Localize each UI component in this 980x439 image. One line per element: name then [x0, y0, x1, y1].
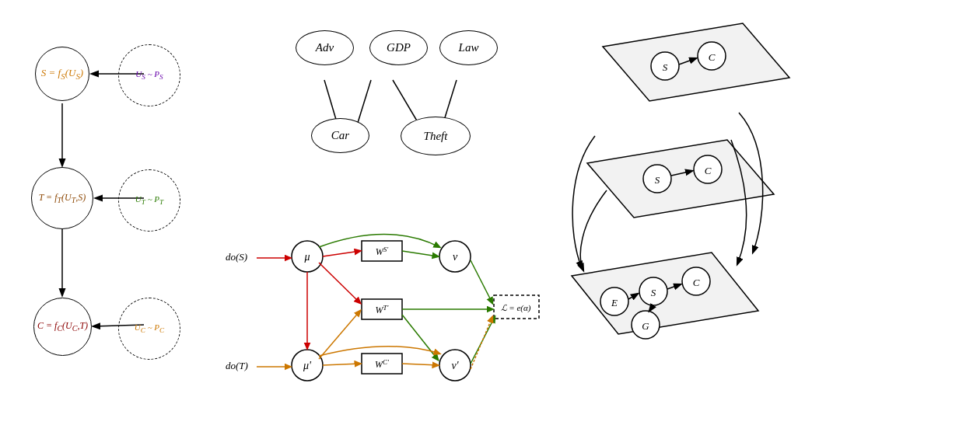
svg-text:ℒ = e(α): ℒ = e(α): [501, 303, 531, 313]
svg-point-54: [600, 287, 628, 315]
svg-text:WT': WT': [376, 304, 390, 315]
svg-line-39: [471, 317, 492, 369]
svg-text:C: C: [693, 277, 700, 288]
node-C: C = fC(UC,T): [33, 298, 92, 356]
svg-line-34: [402, 315, 438, 360]
svg-rect-15: [362, 241, 402, 261]
svg-point-51: [694, 155, 722, 183]
noise-UT: UT ~ PT: [118, 169, 180, 232]
svg-text:μ: μ: [303, 251, 310, 263]
svg-text:μ': μ': [303, 360, 312, 371]
dag-node-Adv: Adv: [296, 30, 354, 65]
svg-text:C: C: [705, 165, 712, 176]
svg-line-32: [471, 260, 492, 303]
svg-text:ν: ν: [453, 251, 458, 263]
svg-point-46: [651, 52, 679, 80]
svg-point-60: [632, 311, 660, 339]
dag-svg: [218, 0, 544, 218]
svg-text:do(S): do(S): [226, 251, 247, 263]
node-T: T = fT(UT,S): [31, 167, 93, 229]
dag-label-Theft: Theft: [424, 130, 448, 143]
dag-node-Theft: Theft: [401, 117, 471, 155]
right-panel: C S S C E S C G: [544, 0, 793, 439]
svg-text:C: C: [709, 51, 716, 63]
svg-line-29: [319, 263, 360, 303]
svg-text:do(T): do(T): [226, 360, 248, 371]
svg-rect-17: [362, 299, 402, 319]
left-arrows-svg: [0, 0, 218, 439]
svg-point-23: [439, 350, 471, 381]
svg-point-11: [292, 241, 323, 272]
dag-node-GDP: GDP: [369, 30, 428, 65]
svg-point-56: [639, 277, 667, 305]
node-S: S = fS(US): [35, 47, 89, 101]
svg-line-31: [402, 251, 438, 256]
svg-line-62: [628, 294, 638, 299]
svg-text:S: S: [651, 287, 656, 298]
noise-UC: UC ~ PC: [118, 298, 180, 360]
noise-US-label: US ~ PS: [135, 69, 163, 81]
svg-line-28: [323, 251, 360, 256]
svg-line-40: [319, 311, 360, 359]
svg-rect-19: [362, 354, 402, 374]
dag-label-GDP: GDP: [387, 41, 411, 54]
svg-marker-41: [603, 23, 789, 101]
svg-marker-43: [572, 253, 758, 334]
svg-text:S: S: [663, 61, 668, 73]
dag-label-Car: Car: [331, 129, 349, 142]
svg-line-35: [471, 317, 495, 364]
svg-line-38: [402, 364, 438, 365]
noise-US: US ~ PS: [118, 44, 180, 106]
flow-svg: do(S) do(T) μ μ' WS' WT' WC' ν ν': [218, 218, 544, 439]
svg-text:G: G: [642, 320, 649, 332]
main-container: S = fS(US) T = fT(UT,S) C = fC(UC,T) US …: [0, 0, 980, 439]
svg-text:WS': WS': [376, 246, 390, 257]
dag-label-Law: Law: [459, 41, 479, 54]
svg-line-48: [679, 58, 696, 64]
svg-rect-25: [494, 295, 539, 319]
svg-text:E: E: [611, 297, 618, 308]
node-S-label: S = fS(US): [41, 67, 83, 81]
right-svg: C S S C E S C G: [544, 0, 793, 439]
svg-text:WC': WC': [375, 358, 390, 370]
svg-point-58: [682, 267, 710, 295]
dag-node-Law: Law: [439, 30, 498, 65]
svg-marker-42: [587, 140, 774, 218]
noise-UC-label: UC ~ PC: [135, 322, 164, 334]
dag-node-Car: Car: [311, 118, 369, 153]
node-C-label: C = fC(UC,T): [37, 320, 88, 333]
left-panel: S = fS(US) T = fT(UT,S) C = fC(UC,T) US …: [0, 0, 218, 439]
node-T-label: T = fT(UT,S): [39, 192, 86, 204]
svg-point-44: [698, 42, 726, 70]
svg-text:S: S: [655, 174, 660, 186]
svg-line-64: [649, 305, 653, 311]
svg-point-21: [439, 241, 471, 272]
svg-text:ν': ν': [451, 360, 459, 371]
svg-point-49: [643, 165, 671, 193]
middle-panel: Adv GDP Law Car Theft: [218, 0, 544, 439]
svg-line-37: [323, 364, 360, 365]
svg-line-53: [671, 171, 692, 176]
noise-UT-label: UT ~ PT: [135, 194, 163, 206]
svg-line-63: [667, 284, 681, 289]
svg-point-13: [292, 350, 323, 381]
dag-label-Adv: Adv: [316, 41, 334, 54]
